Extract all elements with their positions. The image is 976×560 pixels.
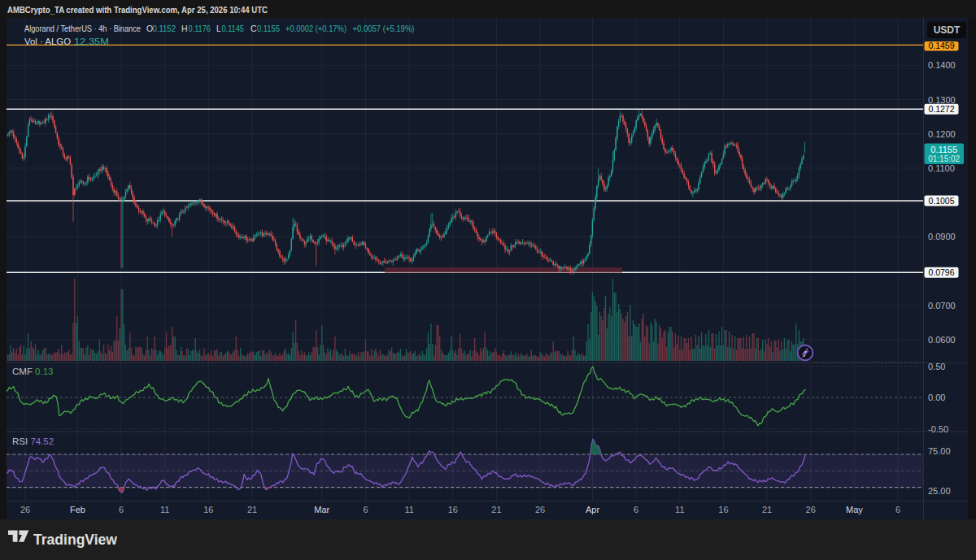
svg-text:AMBCrypto_TA created with Trad: AMBCrypto_TA created with TradingView.co… [7,5,268,15]
svg-text:May: May [846,505,863,514]
svg-text:25.00: 25.00 [928,486,951,496]
svg-text:0.50: 0.50 [928,362,945,371]
svg-text:0.0796: 0.0796 [928,267,954,277]
svg-text:0.1176: 0.1176 [189,24,211,33]
svg-text:0.1155: 0.1155 [930,145,957,154]
svg-text:11: 11 [160,505,169,514]
svg-text:21: 21 [247,505,257,514]
svg-text:11: 11 [675,505,684,514]
svg-text:16: 16 [718,505,728,514]
svg-text:0.1005: 0.1005 [928,196,954,206]
svg-text:21: 21 [762,505,772,514]
svg-text:26: 26 [806,505,816,514]
svg-text:Vol · ALGO: Vol · ALGO [24,37,71,46]
svg-text:16: 16 [448,505,458,514]
svg-text:12.35M: 12.35M [74,37,109,46]
svg-text:0.1100: 0.1100 [928,163,955,173]
svg-text:0.1145: 0.1145 [222,24,245,33]
svg-text:L: L [216,24,221,33]
svg-text:6: 6 [634,505,638,514]
svg-text:75.00: 75.00 [928,446,951,456]
svg-text:TradingView: TradingView [33,531,118,548]
svg-text:H: H [181,24,188,33]
svg-text:0.1200: 0.1200 [928,129,956,139]
svg-text:0.0600: 0.0600 [928,335,956,345]
svg-text:0.1272: 0.1272 [928,104,954,114]
svg-text:Mar: Mar [314,505,329,514]
svg-text:16: 16 [203,505,213,514]
svg-text:0.1152: 0.1152 [153,24,176,33]
svg-text:0.1300: 0.1300 [928,95,956,105]
svg-text:C: C [251,24,257,33]
svg-text:11: 11 [404,505,413,514]
svg-text:+0.0002 (+0.17%): +0.0002 (+0.17%) [285,24,346,33]
svg-text:6: 6 [363,505,368,514]
svg-text:0.1459: 0.1459 [928,41,954,50]
svg-text:Feb: Feb [70,505,85,514]
svg-text:26: 26 [20,505,30,514]
svg-text:0.0900: 0.0900 [928,232,956,241]
svg-text:CMF 0.13: CMF 0.13 [12,367,54,376]
svg-text:6: 6 [895,505,900,514]
svg-text:21: 21 [491,505,501,514]
svg-text:+0.0057 (+5.19%): +0.0057 (+5.19%) [353,24,415,33]
svg-text:USDT: USDT [934,24,961,36]
svg-text:0.00: 0.00 [928,393,945,402]
svg-text:0.1155: 0.1155 [257,24,280,33]
svg-text:26: 26 [535,505,545,514]
svg-text:0.0700: 0.0700 [928,301,956,310]
svg-text:0.1400: 0.1400 [928,60,956,70]
svg-text:01:15:02: 01:15:02 [928,154,960,163]
svg-text:6: 6 [119,505,124,514]
svg-text:-0.50: -0.50 [928,424,948,434]
svg-text:RSI 74.52: RSI 74.52 [12,436,54,446]
svg-text:Apr: Apr [586,505,599,514]
svg-text:Algorand / TetherUS · 4h · Bin: Algorand / TetherUS · 4h · Binance [24,24,141,33]
